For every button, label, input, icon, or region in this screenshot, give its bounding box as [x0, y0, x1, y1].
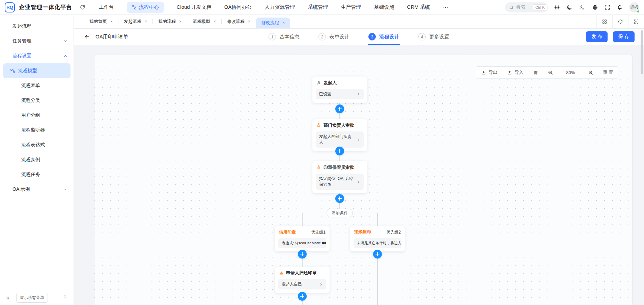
chevron-up-icon	[63, 54, 67, 58]
close-icon[interactable]: ×	[145, 19, 147, 24]
nav-oa-office[interactable]: OA协同办公	[224, 4, 252, 10]
node-dept-leader-approval[interactable]: 部门负责人审批 发起人的部门负责人	[312, 119, 367, 151]
scrollbar-thumb[interactable]	[641, 30, 643, 74]
add-node-button[interactable]	[335, 104, 344, 113]
sidebar: 发起流程 任务管理 流程设置 流程模型 流程表单 流程分类 用户分组 流程监听器…	[0, 15, 74, 305]
close-icon[interactable]: ×	[179, 19, 181, 24]
user-avatar[interactable]: 源码	[629, 2, 639, 12]
chevron-right-icon	[357, 180, 360, 184]
sidebar-item-process-form[interactable]: 流程表单	[0, 78, 74, 93]
node-condition-onsite-seal[interactable]: 现场用印 优先级2 未满足其它条件时，将进入此...	[350, 226, 405, 251]
upload-icon	[507, 70, 512, 75]
add-condition-button[interactable]: 添加条件	[327, 209, 353, 217]
refresh-tab-icon[interactable]	[612, 15, 628, 28]
tab-start-process[interactable]: 发起流程×	[118, 15, 152, 28]
zoom-in-button[interactable]	[583, 67, 598, 78]
export-button[interactable]: 导出	[476, 67, 502, 78]
node-initiator[interactable]: 发起人 已设置	[312, 77, 367, 103]
condition-expression[interactable]: 未满足其它条件时，将进入此...	[354, 238, 401, 248]
nav-process-center[interactable]: 流程中心	[127, 2, 164, 13]
global-search[interactable]: Ctrl K	[505, 2, 548, 12]
close-icon[interactable]: ×	[248, 19, 250, 24]
notification-bell-icon[interactable]	[617, 4, 623, 10]
save-button[interactable]: 保 存	[613, 31, 635, 42]
top-nav: 工作台 流程中心 Cloud 开发文档 OA协同办公 人力资源管理 系统管理 生…	[99, 2, 448, 13]
sidebar-item-process-instance[interactable]: 流程实例	[0, 152, 74, 167]
collapse-sidebar-icon[interactable]: «	[4, 295, 11, 301]
close-icon[interactable]: ×	[282, 21, 285, 25]
node-condition-borrow-seal[interactable]: 借用印章 优先级1 表达式: ${sealUseMode == 2}	[275, 226, 330, 251]
node-seal-keeper-approval[interactable]: 印章保管员审批 指定岗位: OA_印章保管员	[312, 161, 367, 193]
node-dept-config[interactable]: 发起人的部门负责人	[316, 131, 364, 148]
tab-my-process[interactable]: 我的流程×	[153, 15, 187, 28]
canvas-toolbar: 导出 导入 80% 重 置	[476, 66, 618, 79]
sidebar-item-process-listener[interactable]: 流程监听器	[0, 123, 74, 138]
publish-button[interactable]: 发 布	[586, 31, 608, 42]
add-node-button[interactable]	[298, 292, 307, 301]
condition-expression[interactable]: 表达式: ${sealUseMode == 2}	[278, 238, 326, 248]
nav-more-ellipsis[interactable]: ⋯	[443, 4, 448, 10]
sidebar-item-process-settings[interactable]: 流程设置	[0, 49, 74, 63]
flow-canvas[interactable]: 导出 导入 80% 重 置	[94, 55, 633, 305]
tab-edit-process-1[interactable]: 修改流程×	[222, 15, 256, 28]
sidebar-item-task-management[interactable]: 任务管理	[0, 34, 74, 49]
nav-infrastructure[interactable]: 基础设施	[374, 4, 394, 10]
dark-mode-moon-icon[interactable]	[566, 4, 572, 10]
zoom-out-button[interactable]	[543, 67, 558, 78]
sidebar-item-user-group[interactable]: 用户分组	[0, 108, 74, 123]
chevron-right-icon	[319, 282, 323, 286]
app-title: 企业管理一体化平台	[19, 3, 72, 11]
sidebar-item-process-task[interactable]: 流程任务	[0, 167, 74, 182]
refresh-icon[interactable]	[80, 4, 85, 10]
node-return-seal[interactable]: 申请人归还印章 发起人自己	[275, 267, 330, 293]
step-more-settings[interactable]: 4 更多设置	[418, 29, 449, 45]
reset-view-button[interactable]: 重 置	[598, 67, 618, 78]
sidebar-item-process-model[interactable]: 流程模型	[3, 63, 71, 78]
add-node-button[interactable]	[335, 147, 344, 155]
show-all-menus-button[interactable]: 展示所有菜单	[16, 293, 48, 303]
topbar-actions: Ctrl K 文A 源码	[505, 2, 639, 12]
sidebar-item-start-process[interactable]: 发起流程	[0, 19, 74, 34]
nav-production[interactable]: 生产管理	[341, 4, 361, 10]
fullscreen-icon[interactable]	[605, 4, 610, 10]
tab-my-home[interactable]: 我的首页×	[84, 15, 118, 28]
sidebar-item-process-expression[interactable]: 流程表达式	[0, 138, 74, 152]
tab-process-model[interactable]: 流程模型×	[187, 15, 221, 28]
back-arrow-icon[interactable]	[84, 34, 90, 40]
pin-icon[interactable]	[62, 295, 67, 300]
step-process-design[interactable]: 3 流程设计	[368, 29, 399, 45]
search-input[interactable]	[516, 5, 530, 10]
tab-edit-process-2-active[interactable]: 修改流程×	[256, 18, 290, 28]
auto-layout-button[interactable]	[528, 67, 543, 78]
tab-bar: 我的首页× 发起流程× 我的流程× 流程模型× 修改流程× 修改流程×	[74, 15, 644, 29]
step-indicator: 1 基本信息 2 表单设计 3 流程设计 4 更多设置	[269, 29, 449, 45]
import-button[interactable]: 导入	[502, 67, 528, 78]
nav-hr[interactable]: 人力资源管理	[265, 4, 295, 10]
sidebar-item-oa-examples[interactable]: OA 示例	[0, 182, 74, 197]
close-icon[interactable]: ×	[110, 19, 113, 24]
grid-layout-icon[interactable]	[596, 15, 612, 28]
nav-workbench[interactable]: 工作台	[99, 4, 114, 10]
step-form-design[interactable]: 2 表单设计	[318, 29, 349, 45]
app-window: RQ 企业管理一体化平台 工作台 流程中心 Cloud 开发文档 OA协同办公 …	[0, 0, 644, 305]
search-shortcut-chip: Ctrl K	[533, 4, 548, 10]
node-keeper-config[interactable]: 指定岗位: OA_印章保管员	[316, 174, 364, 190]
add-node-button[interactable]	[298, 250, 307, 258]
nav-cloud-docs[interactable]: Cloud 开发文档	[177, 4, 212, 10]
locale-globe-icon[interactable]	[592, 4, 598, 10]
node-initiator-config[interactable]: 已设置	[316, 89, 364, 99]
chevron-down-icon	[63, 187, 67, 191]
translate-icon[interactable]: 文A	[579, 4, 586, 11]
nav-system[interactable]: 系统管理	[308, 4, 328, 10]
settings-gear-icon[interactable]	[554, 4, 560, 10]
sidebar-item-process-category[interactable]: 流程分类	[0, 93, 74, 108]
svg-text:A: A	[583, 7, 585, 10]
window-scrollbar[interactable]	[641, 16, 643, 304]
node-return-config[interactable]: 发起人自己	[278, 279, 326, 289]
nav-crm[interactable]: CRM 系统	[407, 4, 430, 10]
add-node-button[interactable]	[373, 250, 382, 258]
auto-layout-icon	[533, 70, 538, 75]
close-icon[interactable]: ×	[214, 19, 216, 24]
add-node-button[interactable]	[335, 194, 344, 203]
step-basic-info[interactable]: 1 基本信息	[269, 29, 300, 45]
